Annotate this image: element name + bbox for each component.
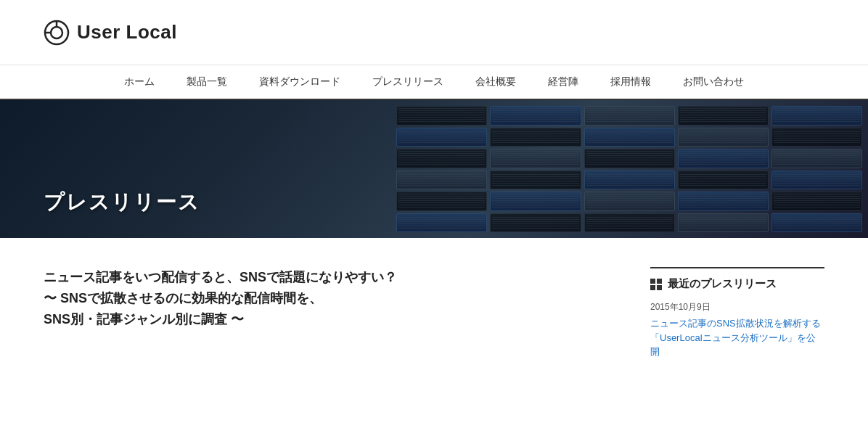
sidebar-news-link[interactable]: ニュース記事のSNS拡散状況を解析する「UserLocalニュース分析ツール」を… xyxy=(650,318,821,357)
nav-item-about[interactable]: 会社概要 xyxy=(459,65,532,99)
sidebar: 最近のプレスリリース 2015年10月9日 ニュース記事のSNS拡散状況を解析す… xyxy=(650,267,824,359)
header: User Local xyxy=(0,0,868,65)
nav-link-about[interactable]: 会社概要 xyxy=(459,65,532,99)
nav-item-home[interactable]: ホーム xyxy=(108,65,171,99)
hero-title: プレスリリース xyxy=(44,189,200,216)
svg-point-1 xyxy=(51,27,62,38)
sidebar-divider xyxy=(650,267,824,268)
nav-link-contact[interactable]: お問い合わせ xyxy=(667,65,760,99)
hero-banner: プレスリリース xyxy=(0,100,868,238)
logo-text: User Local xyxy=(77,21,177,44)
nav-item-products[interactable]: 製品一覧 xyxy=(171,65,243,99)
sidebar-title-text: 最近のプレスリリース xyxy=(668,277,777,291)
nav-item-recruit[interactable]: 採用情報 xyxy=(594,65,667,99)
nav-link-management[interactable]: 経営陣 xyxy=(532,65,594,99)
main-content: ニュース記事をいつ配信すると、SNSで話題になりやすい？ 〜 SNSで拡散させる… xyxy=(44,267,621,359)
nav-list: ホーム 製品一覧 資料ダウンロード プレスリリース 会社概要 経営陣 採用情報 … xyxy=(0,65,868,99)
nav-item-contact[interactable]: お問い合わせ xyxy=(667,65,760,99)
sidebar-section-title: 最近のプレスリリース xyxy=(650,277,824,291)
nav-item-management[interactable]: 経営陣 xyxy=(532,65,594,99)
user-local-logo-icon xyxy=(44,20,70,46)
content-area: ニュース記事をいつ配信すると、SNSで話題になりやすい？ 〜 SNSで拡散させる… xyxy=(0,238,868,388)
sidebar-title-icon xyxy=(650,279,662,290)
nav-link-recruit[interactable]: 採用情報 xyxy=(594,65,667,99)
article-title: ニュース記事をいつ配信すると、SNSで話題になりやすい？ 〜 SNSで拡散させる… xyxy=(44,267,621,329)
nav-link-products[interactable]: 製品一覧 xyxy=(171,65,243,99)
hero-overlay xyxy=(0,100,868,238)
nav-item-press[interactable]: プレスリリース xyxy=(356,65,459,99)
logo-area[interactable]: User Local xyxy=(44,20,177,46)
nav: ホーム 製品一覧 資料ダウンロード プレスリリース 会社概要 経営陣 採用情報 … xyxy=(0,65,868,100)
rack-visual xyxy=(390,100,868,238)
nav-item-download[interactable]: 資料ダウンロード xyxy=(243,65,356,99)
nav-link-press[interactable]: プレスリリース xyxy=(356,65,459,99)
grid-icon xyxy=(650,279,662,290)
nav-link-download[interactable]: 資料ダウンロード xyxy=(243,65,356,99)
sidebar-news-date: 2015年10月9日 xyxy=(650,301,824,313)
nav-link-home[interactable]: ホーム xyxy=(108,65,171,99)
sidebar-news-item: 2015年10月9日 ニュース記事のSNS拡散状況を解析する「UserLocal… xyxy=(650,301,824,359)
